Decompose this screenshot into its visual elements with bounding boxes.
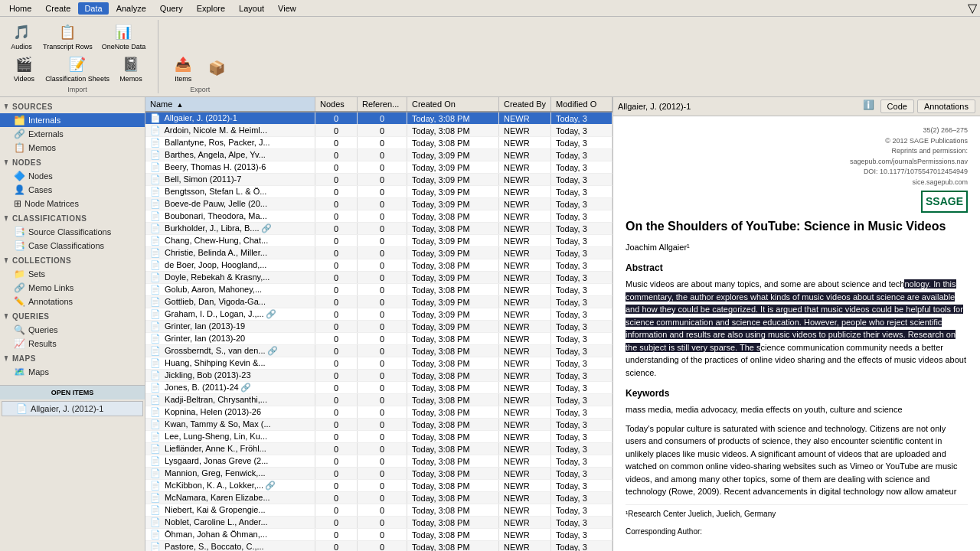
sidebar-item-node-matrices[interactable]: ⊞ Node Matrices <box>0 197 145 210</box>
table-row[interactable]: 📄 Jickling, Bob (2013)-23 0 0 Today, 3:0… <box>145 370 612 382</box>
sidebar-item-maps[interactable]: 🗺️ Maps <box>0 365 145 379</box>
sidebar-item-annotations[interactable]: ✏️ Annotations <box>0 295 145 308</box>
col-header-created-by[interactable]: Created By <box>498 97 550 112</box>
window-minimize[interactable]: ▽ <box>968 2 977 15</box>
menu-view[interactable]: View <box>272 2 302 15</box>
table-row[interactable]: 📄 Christie, Belinda A., Miller... 0 0 To… <box>145 247 612 259</box>
cell-refs: 0 <box>357 333 407 345</box>
sources-header[interactable]: SOURCES <box>0 100 145 113</box>
table-row[interactable]: 📄 Kwan, Tammy & So, Max (... 0 0 Today, … <box>145 419 612 431</box>
table-container[interactable]: Name ▲ Nodes Referen... Created On Creat… <box>145 97 612 551</box>
menu-home[interactable]: Home <box>3 2 38 15</box>
table-row[interactable]: 📄 Grinter, Ian (2013)-20 0 0 Today, 3:08… <box>145 333 612 345</box>
sidebar-item-internals[interactable]: 🗂️ Internals <box>0 113 145 127</box>
audios-button[interactable]: 🎵 Audios <box>6 20 37 52</box>
menu-explore[interactable]: Explore <box>191 2 231 15</box>
row-name: Kadji-Beltran, Chrysanthi,... <box>165 395 267 404</box>
table-row[interactable]: 📄 Barthes, Angela, Alpe, Yv... 0 0 Today… <box>145 149 612 161</box>
classifications-header[interactable]: CLASSIFICATIONS <box>0 212 145 225</box>
col-header-refs[interactable]: Referen... <box>357 97 407 112</box>
nodes-header[interactable]: NODES <box>0 156 145 169</box>
sidebar-item-queries[interactable]: 🔍 Queries <box>0 323 145 337</box>
table-row[interactable]: 📄 Golub, Aaron, Mahoney,... 0 0 Today, 3… <box>145 284 612 296</box>
table-row[interactable]: 📄 Kadji-Beltran, Chrysanthi,... 0 0 Toda… <box>145 394 612 406</box>
sidebar-item-cases[interactable]: 👤 Cases <box>0 183 145 197</box>
table-row[interactable]: 📄 McNamara, Karen Elizabe... 0 0 Today, … <box>145 492 612 504</box>
menu-create[interactable]: Create <box>39 2 77 15</box>
table-row[interactable]: 📄 Grossberndt, S., van den...🔗 0 0 Today… <box>145 345 612 357</box>
sidebar-item-memos[interactable]: 📋 Memos <box>0 141 145 155</box>
table-row[interactable]: 📄 Mannion, Greg, Fenwick,... 0 0 Today, … <box>145 468 612 480</box>
menu-data[interactable]: Data <box>78 2 108 15</box>
sidebar-item-source-classifications[interactable]: 📑 Source Classifications <box>0 225 145 239</box>
col-header-modified[interactable]: Modified O <box>551 97 612 112</box>
collections-header[interactable]: COLLECTIONS <box>0 254 145 267</box>
maps-header[interactable]: MAPS <box>0 352 145 365</box>
transcript-rows-button[interactable]: 📋 Transcript Rows <box>40 20 96 52</box>
col-header-nodes[interactable]: Nodes <box>315 97 357 112</box>
sidebar-item-results[interactable]: 📈 Results <box>0 337 145 350</box>
cell-modified: Today, 3 <box>551 455 612 468</box>
table-row[interactable]: 📄 Boeve-de Pauw, Jelle (20... 0 0 Today,… <box>145 198 612 210</box>
cell-created: Today, 3:09 PM <box>407 235 498 247</box>
table-row[interactable]: 📄 Huang, Shihping Kevin &... 0 0 Today, … <box>145 357 612 370</box>
info-icon: ℹ️ <box>863 99 874 113</box>
table-row[interactable]: 📄 Allgaier, J. (2012)-1 0 0 Today, 3:08 … <box>145 112 612 125</box>
sidebar-item-externals[interactable]: 🔗 Externals <box>0 127 145 141</box>
queries-header[interactable]: QUERIES <box>0 310 145 323</box>
cell-name: 📄 Doyle, Rebekah & Krasny,... <box>145 272 315 284</box>
cell-nodes: 0 <box>315 137 357 149</box>
cell-refs: 0 <box>357 419 407 431</box>
col-header-created[interactable]: Created On <box>407 97 498 112</box>
table-row[interactable]: 📄 Doyle, Rebekah & Krasny,... 0 0 Today,… <box>145 272 612 284</box>
menu-query[interactable]: Query <box>154 2 189 15</box>
open-item-current[interactable]: 📄 Allgaier, J. (2012)-1 <box>2 401 143 416</box>
table-row[interactable]: 📄 Jones, B. (2011)-24🔗 0 0 Today, 3:08 P… <box>145 382 612 394</box>
sidebar-item-sets[interactable]: 📁 Sets <box>0 267 145 281</box>
table-row[interactable]: 📄 Bengtsson, Stefan L. & Ö... 0 0 Today,… <box>145 186 612 198</box>
col-header-name[interactable]: Name ▲ <box>145 97 315 112</box>
table-row[interactable]: 📄 Öhman, Johan & Öhman,... 0 0 Today, 3:… <box>145 529 612 541</box>
videos-button[interactable]: 🎬 Videos <box>8 52 39 84</box>
table-row[interactable]: 📄 Liefländer, Anne K., Fröhl... 0 0 Toda… <box>145 443 612 455</box>
table-row[interactable]: 📄 Grinter, Ian (2013)-19 0 0 Today, 3:09… <box>145 321 612 333</box>
table-row[interactable]: 📄 Burkholder, J., Libra, B....🔗 0 0 Toda… <box>145 223 612 235</box>
sidebar-item-case-classifications[interactable]: 📑 Case Classifications <box>0 239 145 253</box>
table-row[interactable]: 📄 Ballantyne, Ros, Packer, J... 0 0 Toda… <box>145 137 612 149</box>
export2-button[interactable]: 📦 <box>201 56 232 80</box>
table-row[interactable]: 📄 Ardoin, Nicole M. & Heiml... 0 0 Today… <box>145 125 612 137</box>
row-name: Mannion, Greg, Fenwick,... <box>165 468 265 478</box>
table-row[interactable]: 📄 Kopnina, Helen (2013)-26 0 0 Today, 3:… <box>145 406 612 419</box>
code-button[interactable]: Code <box>880 99 914 113</box>
table-row[interactable]: 📄 Beery, Thomas H. (2013)-6 0 0 Today, 3… <box>145 161 612 174</box>
table-row[interactable]: 📄 Bell, Simon (2011)-7 0 0 Today, 3:09 P… <box>145 174 612 186</box>
table-row[interactable]: 📄 Graham, I. D., Logan, J.,...🔗 0 0 Toda… <box>145 308 612 321</box>
onenote-button[interactable]: 📓 Memos <box>116 52 146 84</box>
table-row[interactable]: 📄 Chang, Chew-Hung, Chat... 0 0 Today, 3… <box>145 235 612 247</box>
table-row[interactable]: 📄 de Boer, Joop, Hoogland,... 0 0 Today,… <box>145 259 612 272</box>
table-row[interactable]: 📄 Noblet, Caroline L., Ander... 0 0 Toda… <box>145 517 612 529</box>
items-button[interactable]: 📤 Items <box>168 52 198 84</box>
cell-nodes: 0 <box>315 210 357 223</box>
row-name: Liefländer, Anne K., Fröhl... <box>165 444 266 453</box>
table-row[interactable]: 📄 Niebert, Kai & Gropengie... 0 0 Today,… <box>145 504 612 517</box>
menu-analyze[interactable]: Analyze <box>110 2 152 15</box>
table-row[interactable]: 📄 Gottlieb, Dan, Vigoda-Ga... 0 0 Today,… <box>145 296 612 308</box>
memos-button[interactable]: 📝 Classification Sheets <box>42 52 113 84</box>
row-name: Lysgaard, Jonas Greve (2... <box>165 456 268 465</box>
cases-icon: 👤 <box>14 184 25 195</box>
table-row[interactable]: 📄 Pastore, S., Boccato, C.,... 0 0 Today… <box>145 541 612 552</box>
source-class-icon: 📑 <box>14 227 25 237</box>
table-row[interactable]: 📄 Lee, Lung-Sheng, Lin, Ku... 0 0 Today,… <box>145 431 612 443</box>
menu-layout[interactable]: Layout <box>233 2 270 15</box>
classification-sheets-button[interactable]: 📊 OneNote Data <box>99 20 149 52</box>
table-row[interactable]: 📄 Boubonari, Theodora, Ma... 0 0 Today, … <box>145 210 612 223</box>
table-row[interactable]: 📄 Lysgaard, Jonas Greve (2... 0 0 Today,… <box>145 455 612 468</box>
doc-icon: 📄 <box>150 481 161 490</box>
sidebar-item-nodes[interactable]: 🔷 Nodes <box>0 169 145 183</box>
annotations-button[interactable]: Annotations <box>917 99 975 113</box>
cell-created: Today, 3:08 PM <box>407 541 498 552</box>
sidebar-item-memo-links[interactable]: 🔗 Memo Links <box>0 281 145 295</box>
cell-refs: 0 <box>357 480 407 492</box>
table-row[interactable]: 📄 McKibbon, K. A., Lokker,...🔗 0 0 Today… <box>145 480 612 492</box>
